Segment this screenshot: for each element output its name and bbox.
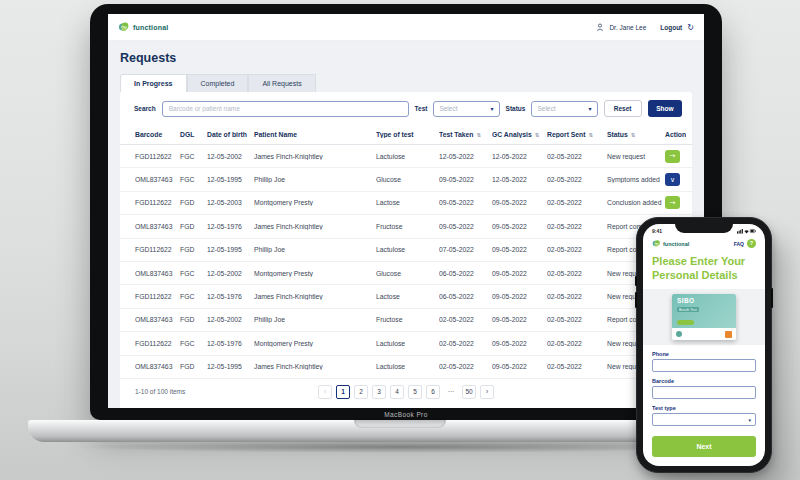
column-header-action: Action <box>665 131 686 138</box>
open-request-button[interactable]: → <box>665 196 680 209</box>
cell-dob: 12-05-2002 <box>207 153 254 160</box>
sort-icon[interactable]: ⇅ <box>631 132 636 138</box>
search-label: Search <box>134 105 156 112</box>
cell-report: 02-05-2022 <box>547 363 607 370</box>
show-button[interactable]: Show <box>648 100 682 117</box>
cell-report: 02-05-2022 <box>547 246 607 253</box>
tab-completed[interactable]: Completed <box>187 74 249 92</box>
power-button <box>771 288 773 308</box>
collapse-row-button[interactable]: ∨ <box>665 173 680 186</box>
search-input[interactable] <box>162 101 409 117</box>
status-select-value: Select <box>537 105 555 112</box>
column-header-gc[interactable]: GC Analysis⇅ <box>492 131 547 138</box>
title-line-1: Please Enter Your <box>652 255 756 269</box>
barcode-input[interactable] <box>652 386 756 399</box>
status-time: 9:41 <box>652 228 662 234</box>
open-request-button[interactable]: → <box>665 150 680 163</box>
table-row: OML837463FGD12-05-1995James Finch-Knight… <box>120 356 692 379</box>
column-label: DGL <box>180 131 194 138</box>
sort-icon[interactable]: ⇅ <box>535 132 540 138</box>
sort-icon[interactable]: ⇅ <box>589 132 594 138</box>
column-label: Report Sent <box>547 131 586 138</box>
cell-barcode: FGD112622 <box>135 340 180 347</box>
kit-hero: SIBO Breath Test <box>643 289 765 345</box>
volume-button <box>635 292 637 308</box>
cell-patient: Phillip Joe <box>254 176 376 183</box>
column-header-report[interactable]: Report Sent⇅ <box>547 131 607 138</box>
requests-app: functional Dr. Jane Lee Logout ↻ Request… <box>108 14 704 408</box>
page-1-button[interactable]: 1 <box>336 385 350 399</box>
page-2-button[interactable]: 2 <box>354 385 368 399</box>
next-button[interactable]: › <box>480 385 494 399</box>
cell-barcode: FGD112622 <box>135 293 180 300</box>
cell-status: New request <box>607 153 665 160</box>
cell-barcode: FGD112622 <box>135 153 180 160</box>
test-type-select[interactable]: ▾ <box>652 413 756 426</box>
macbook-screen: functional Dr. Jane Lee Logout ↻ Request… <box>108 14 704 408</box>
cell-type: Fructose <box>376 223 439 230</box>
kit-brand-mark <box>676 331 682 337</box>
cell-gc: 09-05-2022 <box>492 270 547 277</box>
column-header-status[interactable]: Status⇅ <box>607 131 665 138</box>
phone-form: PhoneBarcodeTest type▾ <box>643 345 765 426</box>
next-button[interactable]: Next <box>652 436 756 457</box>
cell-taken: 07-05-2022 <box>439 246 492 253</box>
logout-icon[interactable]: ↻ <box>687 23 694 32</box>
tab-all-requests[interactable]: All Requests <box>248 74 315 92</box>
column-label: Test Taken <box>439 131 474 138</box>
cell-barcode: OML837463 <box>135 363 180 370</box>
user-name[interactable]: Dr. Jane Lee <box>609 24 646 31</box>
brain-logo-icon <box>118 21 130 33</box>
page-4-button[interactable]: 4 <box>390 385 404 399</box>
cell-type: Lactose <box>376 293 439 300</box>
requests-panel: Search Test Select ▾ Status Select ▾ <box>120 92 692 408</box>
page-5-button[interactable]: 5 <box>408 385 422 399</box>
cell-dgl: FGD <box>180 246 207 253</box>
cell-gc: 09-05-2022 <box>492 316 547 323</box>
cell-gc: 09-05-2022 <box>492 293 547 300</box>
cell-action: ∨ <box>665 173 686 186</box>
table-body: FGD112622FGC12-05-2002James Finch-Knight… <box>120 145 692 379</box>
cell-status: Symptoms added <box>607 176 665 183</box>
phone-input[interactable] <box>652 359 756 372</box>
cell-type: Lactulose <box>376 246 439 253</box>
reset-button[interactable]: Reset <box>604 100 642 117</box>
column-label: GC Analysis <box>492 131 532 138</box>
cell-patient: Montgomery Presty <box>254 270 376 277</box>
cell-patient: James Finch-Knightley <box>254 293 376 300</box>
table-row: FGD112622FGC12-05-1976Montgomery PrestyL… <box>120 332 692 355</box>
iphone-frame: 9:41 funct <box>636 217 772 473</box>
cell-dob: 12-05-2003 <box>207 199 254 206</box>
cell-taken: 06-05-2022 <box>439 270 492 277</box>
iphone-notch <box>675 224 733 233</box>
pagination-bar: 1-10 of 100 items ‹123456···50› <box>120 379 692 405</box>
logout-button[interactable]: Logout <box>660 24 682 31</box>
app-header: functional Dr. Jane Lee Logout ↻ <box>108 14 704 41</box>
cell-type: Glucose <box>376 176 439 183</box>
cell-barcode: OML837463 <box>135 270 180 277</box>
faq-button[interactable]: FAQ ? <box>734 239 756 248</box>
table-row: FGD112622FGC12-05-1976James Finch-Knight… <box>120 285 692 308</box>
tab-in-progress[interactable]: In Progress <box>120 74 187 92</box>
page-6-button[interactable]: 6 <box>426 385 440 399</box>
chevron-down-icon: ▾ <box>491 105 494 112</box>
cell-dob: 12-05-1995 <box>207 246 254 253</box>
tabs-bar: In ProgressCompletedAll Requests <box>120 74 692 92</box>
page-50-button[interactable]: 50 <box>462 385 476 399</box>
cell-dgl: FGC <box>180 293 207 300</box>
table-row: FGD112622FGD12-05-2003Montgomery PrestyL… <box>120 192 692 215</box>
test-select[interactable]: Select ▾ <box>433 101 499 117</box>
test-filter-label: Test <box>415 105 428 112</box>
column-header-barcode: Barcode <box>135 131 180 138</box>
cell-report: 02-05-2022 <box>547 340 607 347</box>
status-select[interactable]: Select ▾ <box>531 101 597 117</box>
page-3-button[interactable]: 3 <box>372 385 386 399</box>
phone-app-header: functional FAQ ? <box>643 235 765 248</box>
prev-button[interactable]: ‹ <box>318 385 332 399</box>
column-header-taken[interactable]: Test Taken⇅ <box>439 131 492 138</box>
brand-logo[interactable]: functional <box>118 21 168 33</box>
field-label-barcode: Barcode <box>652 378 756 384</box>
cell-dob: 12-05-2002 <box>207 270 254 277</box>
status-filter-label: Status <box>506 105 526 112</box>
sort-icon[interactable]: ⇅ <box>477 132 482 138</box>
